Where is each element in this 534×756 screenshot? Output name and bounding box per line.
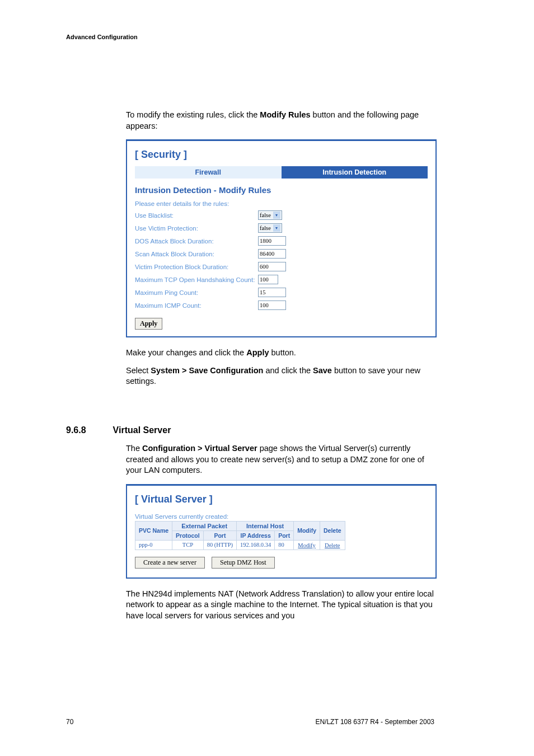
input-max-tcp-handshake[interactable] xyxy=(258,275,278,284)
col-modify: Modify xyxy=(294,521,320,540)
security-screenshot: [ Security ] Firewall Intrusion Detectio… xyxy=(126,139,437,337)
vs-intro: The Configuration > Virtual Server page … xyxy=(126,443,437,476)
post-sec-p2: Select System > Save Configuration and c… xyxy=(126,365,437,387)
input-max-ping[interactable] xyxy=(258,288,286,297)
tab-row: Firewall Intrusion Detection xyxy=(135,166,428,179)
security-title: [ Security ] xyxy=(135,149,428,161)
section-title: Virtual Server xyxy=(113,425,171,435)
post2-d: Save xyxy=(313,366,332,375)
label-dos-block-duration: DOS Attack Block Duration: xyxy=(135,238,258,245)
post2-b: System > Save Configuration xyxy=(151,366,263,375)
col-port2: Port xyxy=(275,530,294,540)
intro-paragraph: To modify the existing rules, click the … xyxy=(126,110,437,132)
vs-title: [ Virtual Server ] xyxy=(135,494,428,505)
vs-outro: The HN294d implements NAT (Network Addre… xyxy=(126,589,437,622)
setup-dmz-button[interactable]: Setup DMZ Host xyxy=(212,557,275,569)
post2-a: Select xyxy=(126,366,151,375)
input-max-icmp[interactable] xyxy=(258,300,286,310)
select-use-victim-protection[interactable]: false▾ xyxy=(258,223,282,233)
cell-proto: TCP xyxy=(172,540,204,550)
chevron-down-icon: ▾ xyxy=(273,224,280,232)
input-dos-block-duration[interactable] xyxy=(258,236,286,246)
select-use-victim-protection-value: false xyxy=(260,225,271,231)
post1-a: Make your changes and click the xyxy=(126,348,246,357)
form-prompt: Please enter details for the rules: xyxy=(135,200,258,207)
doc-id: EN/LZT 108 6377 R4 - September 2003 xyxy=(315,718,434,726)
group-external-packet: External Packet xyxy=(172,521,237,530)
delete-link[interactable]: Delete xyxy=(325,542,340,548)
label-max-ping: Maximum Ping Count: xyxy=(135,289,258,296)
ids-modify-rules-heading: Intrusion Detection - Modify Rules xyxy=(135,185,428,195)
vs-caption: Virtual Servers currently created: xyxy=(135,513,428,520)
group-internal-host: Internal Host xyxy=(237,521,294,530)
col-pvc: PVC Name xyxy=(135,521,172,540)
input-scan-block-duration[interactable] xyxy=(258,249,286,259)
apply-button[interactable]: Apply xyxy=(135,318,162,330)
intro-modify-rules: Modify Rules xyxy=(260,110,310,119)
cell-pvc: ppp-0 xyxy=(135,540,172,550)
tab-firewall[interactable]: Firewall xyxy=(135,166,282,179)
table-row: ppp-0 TCP 80 (HTTP) 192.168.0.34 80 Modi… xyxy=(135,540,345,550)
running-header: Advanced Configuration xyxy=(66,34,138,40)
cell-port: 80 (HTTP) xyxy=(203,540,236,550)
vs-table: PVC Name External Packet Internal Host M… xyxy=(135,521,345,550)
modify-link[interactable]: Modify xyxy=(298,542,316,548)
label-use-blacklist: Use Blacklist: xyxy=(135,212,258,219)
col-port: Port xyxy=(203,530,236,540)
create-server-button[interactable]: Create a new server xyxy=(135,557,205,569)
cell-ip: 192.168.0.34 xyxy=(237,540,275,550)
select-use-blacklist-value: false xyxy=(260,212,271,218)
label-max-tcp-handshake: Maximum TCP Open Handshaking Count: xyxy=(135,276,258,283)
label-victim-block-duration: Victim Protection Block Duration: xyxy=(135,264,258,270)
virtual-server-screenshot: [ Virtual Server ] Virtual Servers curre… xyxy=(126,484,437,579)
label-use-victim-protection: Use Victim Protection: xyxy=(135,225,258,232)
chevron-down-icon: ▾ xyxy=(273,212,280,219)
post2-c: and click the xyxy=(263,366,313,375)
post1-c: button. xyxy=(269,348,296,357)
col-protocol: Protocol xyxy=(172,530,204,540)
col-delete: Delete xyxy=(320,521,345,540)
vs-intro-a: The xyxy=(126,444,142,453)
page-number: 70 xyxy=(66,718,73,726)
input-victim-block-duration[interactable] xyxy=(258,262,286,271)
post1-b: Apply xyxy=(246,348,269,357)
tab-intrusion-detection[interactable]: Intrusion Detection xyxy=(282,166,428,179)
label-max-icmp: Maximum ICMP Count: xyxy=(135,302,258,309)
vs-intro-b: Configuration > Virtual Server xyxy=(142,444,257,453)
post-sec-p1: Make your changes and click the Apply bu… xyxy=(126,348,437,359)
col-ip: IP Address xyxy=(237,530,275,540)
intro-text-a: To modify the existing rules, click the xyxy=(126,110,260,119)
select-use-blacklist[interactable]: false▾ xyxy=(258,210,282,220)
label-scan-block-duration: Scan Attack Block Duration: xyxy=(135,251,258,257)
cell-port2: 80 xyxy=(275,540,294,550)
section-number: 9.6.8 xyxy=(66,425,86,435)
